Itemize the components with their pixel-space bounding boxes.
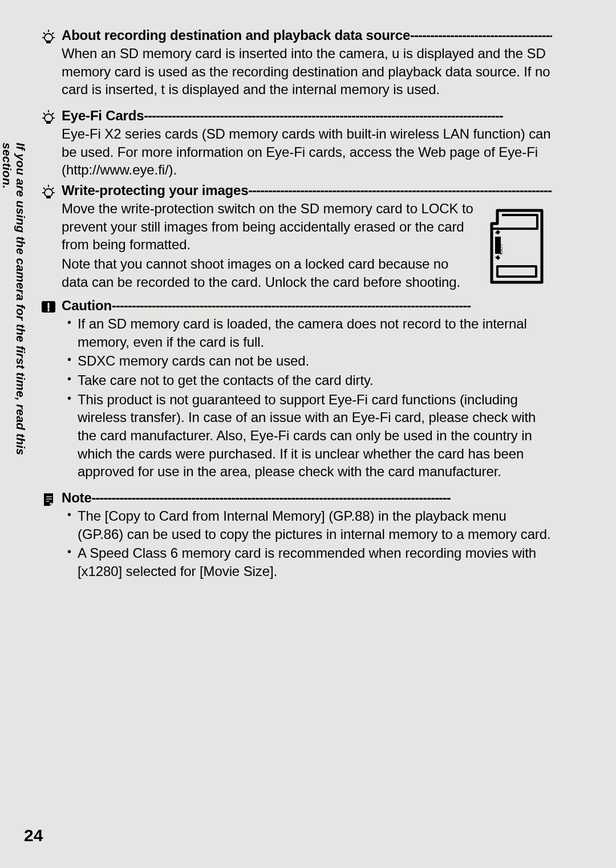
section-caution: Caution --------------------------------… <box>62 298 552 481</box>
list-item: The [Copy to Card from Internal Memory] … <box>78 507 552 543</box>
svg-line-8 <box>43 113 45 115</box>
svg-line-9 <box>52 113 54 115</box>
body-paragraph: Eye-Fi X2 series cards (SD memory cards … <box>62 125 552 179</box>
side-chapter-text: If you are using the camera for the firs… <box>10 143 27 496</box>
list-item: SDXC memory cards can not be used. <box>78 352 552 370</box>
section-heading: Note <box>62 490 92 506</box>
body-paragraph: When an SD memory card is inserted into … <box>62 44 552 99</box>
svg-line-14 <box>43 188 45 189</box>
section-eye-fi: Eye-Fi Cards ---------------------------… <box>62 108 552 179</box>
list-item: This product is not guaranteed to suppor… <box>78 391 552 481</box>
main-content: About recording destination and playback… <box>62 27 552 581</box>
list-item: A Speed Class 6 memory card is recommend… <box>78 544 552 580</box>
section-heading: Caution <box>62 298 112 314</box>
sd-card-illustration: LOCK <box>477 201 552 292</box>
svg-line-15 <box>52 188 54 189</box>
section-note: Note -----------------------------------… <box>62 490 552 581</box>
svg-rect-20 <box>497 266 536 277</box>
heading-dashes: ----------------------------------------… <box>112 298 552 314</box>
heading-dashes: ----------------------------------------… <box>248 182 552 198</box>
section-heading: Write-protecting your images <box>62 182 248 198</box>
svg-point-0 <box>44 34 52 42</box>
svg-line-3 <box>52 33 54 34</box>
svg-point-6 <box>44 114 52 122</box>
heading-dashes: ----------------------------------------… <box>144 108 552 124</box>
tip-bulb-icon <box>40 108 57 126</box>
page-number: 24 <box>24 826 43 845</box>
note-icon <box>40 490 57 508</box>
section-about-recording: About recording destination and playback… <box>62 27 552 99</box>
list-item: If an SD memory card is loaded, the came… <box>78 315 552 351</box>
list-item: Take care not to get the contacts of the… <box>78 371 552 390</box>
section-heading: Eye-Fi Cards <box>62 108 144 124</box>
tip-bulb-icon <box>40 182 57 201</box>
caution-icon <box>40 298 57 316</box>
svg-line-2 <box>43 33 45 34</box>
section-write-protect: Write-protecting your images -----------… <box>62 182 552 294</box>
heading-dashes: ----------------------------------------… <box>92 490 552 506</box>
section-heading: About recording destination and playback… <box>62 27 410 43</box>
svg-point-12 <box>44 189 52 197</box>
tip-bulb-icon <box>40 27 57 46</box>
svg-text:LOCK: LOCK <box>499 245 503 255</box>
heading-dashes: ----------------------------------------… <box>410 27 552 43</box>
